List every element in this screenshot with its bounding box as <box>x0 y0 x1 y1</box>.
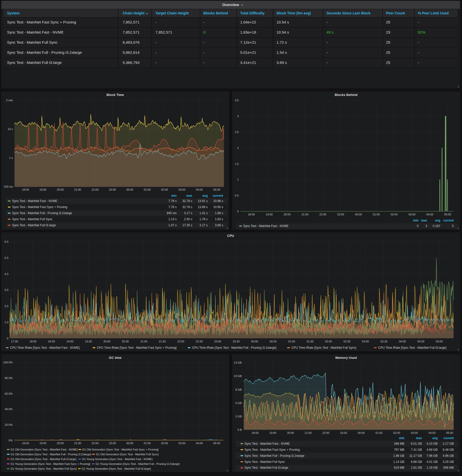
svg-text:max: max <box>416 436 422 440</box>
svg-text:23:00: 23:00 <box>109 442 116 445</box>
svg-text:22:30: 22:30 <box>196 340 203 343</box>
svg-text:Sync Test - MainNet Fast - NVM: Sync Test - MainNet Fast - NVME <box>244 442 290 445</box>
svg-text:2.0: 2.0 <box>5 305 8 308</box>
svg-text:Sync Test - MainNet Full - Pru: Sync Test - MainNet Full - Pruning i3.2x… <box>244 454 305 458</box>
svg-text:0%: 0% <box>9 439 13 442</box>
svg-text:21:00: 21:00 <box>302 213 309 216</box>
svg-text:01:00: 01:00 <box>375 431 383 434</box>
svg-text:5 GB: 5 GB <box>235 402 242 405</box>
svg-text:Sync Test - MainNet Fast - NVM: Sync Test - MainNet Fast - NVME <box>12 199 57 203</box>
svg-text:01:30: 01:30 <box>307 340 314 343</box>
svg-text:2.50 s: 2.50 s <box>184 217 192 221</box>
svg-text:avg: avg <box>435 219 440 222</box>
svg-text:01:00: 01:00 <box>144 442 151 445</box>
svg-text:19:00: 19:00 <box>66 340 73 343</box>
svg-text:05:00: 05:00 <box>436 340 443 343</box>
svg-text:Sync Test - MainNet Full - Pru: Sync Test - MainNet Full - Pruning i3.2x… <box>12 211 72 215</box>
svg-text:Sync Test - MainNet Full t3.la: Sync Test - MainNet Full t3.large <box>244 466 288 469</box>
svg-text:G1 Old Generation [Sync Test -: G1 Old Generation [Sync Test - MainNet F… <box>11 448 78 451</box>
svg-text:2: 2 <box>237 146 239 149</box>
svg-text:00:00: 00:00 <box>126 188 133 191</box>
svg-text:10.90 s: 10.90 s <box>213 205 223 209</box>
svg-text:current: current <box>443 219 454 222</box>
svg-text:Sync Test - MainNet Full t3.la: Sync Test - MainNet Full t3.large <box>12 223 56 227</box>
svg-text:CPU Time IRate [Sync Test - Ma: CPU Time IRate [Sync Test - MainNet Full… <box>192 346 276 349</box>
svg-text:19:00: 19:00 <box>269 431 276 434</box>
svg-text:23:00: 23:00 <box>109 188 116 191</box>
svg-text:0: 0 <box>417 224 419 228</box>
svg-text:avg: avg <box>202 194 208 197</box>
svg-text:1.41 s: 1.41 s <box>199 211 208 215</box>
svg-text:7.76 s: 7.76 s <box>168 205 177 209</box>
svg-text:808 MB: 808 MB <box>443 466 454 469</box>
svg-text:10 s: 10 s <box>8 128 13 131</box>
svg-text:3: 3 <box>425 224 427 228</box>
svg-text:4.10 GB: 4.10 GB <box>426 442 438 445</box>
svg-text:18:30: 18:30 <box>48 340 55 343</box>
svg-text:10.96 s: 10.96 s <box>213 199 223 203</box>
svg-text:23:00: 23:00 <box>214 340 221 343</box>
svg-text:01:00: 01:00 <box>288 340 295 343</box>
svg-text:10 GB: 10 GB <box>234 374 242 378</box>
svg-text:1.19 GB: 1.19 GB <box>426 466 438 469</box>
svg-text:8 GB: 8 GB <box>235 388 242 391</box>
svg-text:avg: avg <box>432 436 438 440</box>
svg-text:G1 Young Generation [Sync Test: G1 Young Generation [Sync Test - MainNet… <box>82 458 152 461</box>
svg-text:00:30: 00:30 <box>270 340 277 343</box>
svg-text:3.5: 3.5 <box>235 99 239 102</box>
svg-text:23:00: 23:00 <box>337 213 344 216</box>
svg-text:GC time: GC time <box>109 356 122 360</box>
svg-text:1.81 GB: 1.81 GB <box>411 466 422 469</box>
svg-text:4.01 GB: 4.01 GB <box>426 460 438 464</box>
svg-text:1.86 GB: 1.86 GB <box>393 454 404 458</box>
svg-text:02:00: 02:00 <box>161 442 168 445</box>
svg-text:13.89 s: 13.89 s <box>198 205 208 209</box>
svg-text:4.68 GB: 4.68 GB <box>426 448 438 452</box>
svg-text:19:00: 19:00 <box>39 188 46 191</box>
svg-text:13 GB: 13 GB <box>234 361 242 364</box>
svg-text:18:00: 18:00 <box>22 188 29 191</box>
svg-text:22:00: 22:00 <box>92 442 99 445</box>
svg-text:G1 Old Generation [Sync Test -: G1 Old Generation [Sync Test - MainNet F… <box>11 458 76 461</box>
svg-text:22:00: 22:00 <box>92 188 99 191</box>
svg-text:6.01 GB: 6.01 GB <box>411 442 422 445</box>
svg-text:max: max <box>421 219 427 222</box>
svg-text:100 ms: 100 ms <box>4 185 13 188</box>
svg-text:17.35 s: 17.35 s <box>182 223 192 227</box>
svg-text:1.13 s: 1.13 s <box>168 217 177 221</box>
svg-text:02:30: 02:30 <box>343 340 350 343</box>
svg-text:4.96 GB: 4.96 GB <box>443 454 454 458</box>
svg-text:03:00: 03:00 <box>178 442 185 445</box>
svg-text:04:00: 04:00 <box>426 213 433 216</box>
svg-text:Block Time: Block Time <box>106 93 124 97</box>
svg-text:32.78 s: 32.78 s <box>182 205 192 209</box>
svg-text:20:00: 20:00 <box>57 442 64 445</box>
svg-text:6.48 GB: 6.48 GB <box>443 448 454 452</box>
svg-text:1.47 s: 1.47 s <box>168 223 177 227</box>
svg-text:03:00: 03:00 <box>178 188 185 191</box>
svg-text:04:00: 04:00 <box>399 340 406 343</box>
svg-text:05:00: 05:00 <box>213 188 220 191</box>
svg-text:4.0: 4.0 <box>5 272 8 275</box>
svg-text:619 MB: 619 MB <box>394 466 404 469</box>
svg-text:G1 Old Generation [Sync Test -: G1 Old Generation [Sync Test - MainNet F… <box>96 453 158 456</box>
svg-text:3.66 s: 3.66 s <box>215 223 223 227</box>
svg-text:G1 Young Generation [Sync Test: G1 Young Generation [Sync Test - MainNet… <box>11 467 77 470</box>
svg-text:3.25 GB: 3.25 GB <box>443 460 454 464</box>
svg-text:2.17 GB: 2.17 GB <box>443 442 454 445</box>
svg-text:1.5: 1.5 <box>235 162 239 165</box>
svg-text:3 GB: 3 GB <box>235 415 242 418</box>
svg-text:20:00: 20:00 <box>287 431 294 434</box>
svg-text:03:00: 03:00 <box>411 431 418 434</box>
svg-text:G1 Old Generation [Sync Test -: G1 Old Generation [Sync Test - MainNet F… <box>11 453 91 456</box>
svg-text:current: current <box>213 194 223 197</box>
svg-text:05:00: 05:00 <box>446 431 453 434</box>
svg-text:G1 Young Generation [Sync Test: G1 Young Generation [Sync Test - MainNet… <box>82 467 151 470</box>
svg-text:0: 0 <box>237 210 239 213</box>
svg-text:20:30: 20:30 <box>122 340 129 343</box>
svg-text:min: min <box>171 194 177 197</box>
svg-text:23:00: 23:00 <box>340 431 347 434</box>
svg-text:6.86 GB: 6.86 GB <box>411 460 422 464</box>
svg-text:Sync Test - MainNet Full Sync: Sync Test - MainNet Full Sync <box>12 217 52 221</box>
svg-text:18:00: 18:00 <box>30 340 37 343</box>
